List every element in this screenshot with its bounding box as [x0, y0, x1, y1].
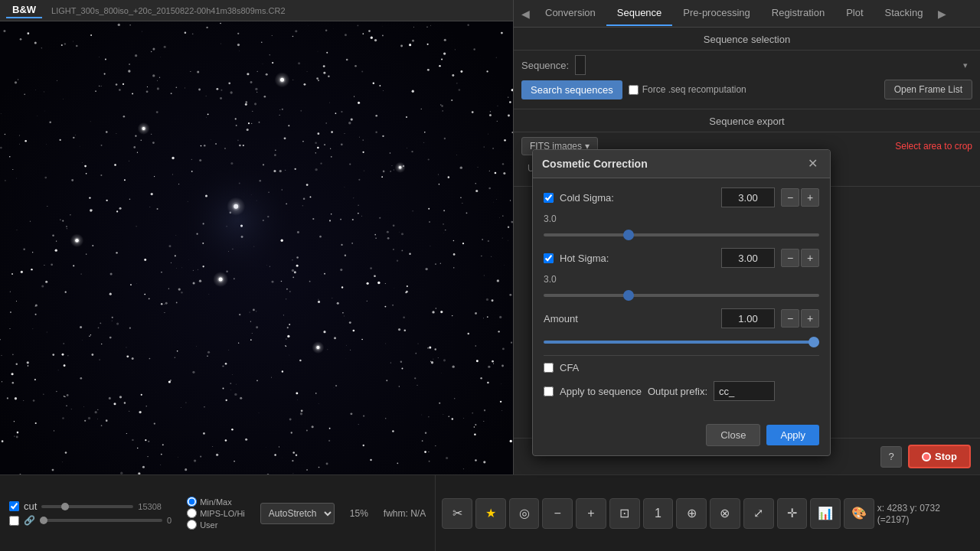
hot-sigma-increment[interactable]: +: [801, 249, 819, 267]
status-fwhm: fwhm: N/A: [384, 507, 426, 519]
tool-star[interactable]: ★: [475, 498, 506, 529]
tool-move[interactable]: ⤢: [743, 498, 774, 529]
image-tab-bw[interactable]: B&W: [6, 2, 42, 18]
apply-to-sequence-checkbox[interactable]: [544, 386, 554, 396]
hot-sigma-label: Hot Sigma:: [560, 253, 715, 264]
search-sequences-button[interactable]: Search sequences: [521, 80, 622, 99]
star-field-canvas: [0, 21, 513, 474]
tab-stacking[interactable]: Stacking: [874, 1, 934, 26]
hot-sigma-row: Hot Sigma: − +: [544, 248, 819, 268]
tab-plot[interactable]: Plot: [835, 1, 874, 26]
sequence-selection-section: Sequence: Search sequences Force .seq re…: [514, 51, 980, 109]
autostretch-select[interactable]: AutoStretch Linear Log Sqrt: [260, 503, 335, 524]
cold-sigma-stepper: − +: [781, 188, 819, 207]
force-recompute-checkbox[interactable]: [629, 85, 639, 95]
apply-button[interactable]: Apply: [766, 425, 819, 445]
apply-sequence-row: Apply to sequence Output prefix:: [544, 381, 819, 401]
cfa-checkbox[interactable]: [544, 363, 554, 373]
status-bar: cut 15308 🔗 0 Min/Max: [0, 475, 436, 551]
nav-right-arrow[interactable]: ▶: [933, 8, 951, 20]
nav-tabs: ◀ Conversion Sequence Pre-processing Reg…: [514, 0, 980, 28]
link-icon: 🔗: [24, 515, 35, 526]
output-prefix-input[interactable]: [714, 381, 775, 401]
cosmetic-correction-dialog: Cosmetic Correction ✕ Cold Sigma: − + 3.…: [532, 149, 831, 456]
tool-one[interactable]: 1: [643, 498, 674, 529]
modal-header: Cosmetic Correction ✕: [533, 150, 830, 178]
amount-row: Amount − +: [544, 308, 819, 328]
status-zoom: 15%: [350, 507, 368, 519]
tool-transform[interactable]: ✛: [777, 498, 808, 529]
modal-body: Cold Sigma: − + 3.0 Hot Sigma: − +: [533, 178, 830, 418]
open-frame-list-button[interactable]: Open Frame List: [884, 80, 972, 99]
select-area-label: Select area to crop: [895, 141, 972, 152]
cold-sigma-slider[interactable]: [544, 233, 819, 236]
amount-input[interactable]: [721, 308, 775, 328]
amount-slider-row: [544, 334, 819, 346]
tool-layers[interactable]: ⊗: [710, 498, 740, 529]
modal-close-button[interactable]: ✕: [805, 156, 821, 171]
cold-sigma-checkbox[interactable]: [544, 193, 554, 203]
hot-sigma-checkbox[interactable]: [544, 253, 554, 263]
tab-sequence[interactable]: Sequence: [606, 1, 673, 26]
mips-radio[interactable]: [187, 508, 197, 518]
tool-fit[interactable]: ⊡: [609, 498, 640, 529]
tool-circle[interactable]: ◎: [509, 498, 540, 529]
main-area: B&W LIGHT_300s_800iso_+20c_20150822-00h4…: [0, 0, 980, 474]
hot-sigma-slider-value: 3.0: [544, 274, 819, 285]
stop-icon: [922, 452, 931, 461]
app-container: B&W LIGHT_300s_800iso_+20c_20150822-00h4…: [0, 0, 980, 551]
coords-display: x: 4283 y: 0732 (=2197): [877, 502, 974, 525]
hot-sigma-decrement[interactable]: −: [781, 249, 799, 267]
cut-checkbox[interactable]: [9, 501, 19, 511]
cut-value: 15308: [138, 502, 162, 511]
tab-registration[interactable]: Registration: [761, 1, 835, 26]
sequence-label: Sequence:: [521, 60, 569, 71]
mips-radio-label[interactable]: MIPS-LO/Hi: [187, 508, 245, 518]
bg-row: 🔗 0: [9, 515, 172, 526]
tool-scissors[interactable]: ✂: [442, 498, 472, 529]
cold-sigma-decrement[interactable]: −: [781, 188, 799, 207]
tool-color[interactable]: 🎨: [844, 498, 874, 529]
amount-decrement[interactable]: −: [781, 309, 799, 328]
bg-value: 0: [167, 516, 172, 525]
bottom-full-bar: cut 15308 🔗 0 Min/Max: [0, 474, 980, 551]
close-button[interactable]: Close: [706, 424, 760, 446]
cut-label: cut: [24, 500, 37, 512]
bottom-left-controls: cut 15308 🔗 0: [9, 497, 172, 529]
tool-plus[interactable]: +: [576, 498, 606, 529]
force-recompute-label[interactable]: Force .seq recomputation: [629, 84, 746, 95]
amount-label: Amount: [544, 313, 715, 324]
amount-increment[interactable]: +: [801, 309, 819, 328]
tab-preprocessing[interactable]: Pre-processing: [672, 1, 760, 26]
help-button[interactable]: ?: [880, 446, 902, 468]
sequence-dropdown-wrapper: [575, 55, 972, 75]
image-filename: LIGHT_300s_800iso_+20c_20150822-00h41m38…: [51, 6, 285, 15]
hot-sigma-slider[interactable]: [544, 294, 819, 297]
bg-checkbox[interactable]: [9, 516, 19, 526]
output-prefix-label: Output prefix:: [648, 386, 707, 397]
nav-left-arrow[interactable]: ◀: [517, 8, 534, 20]
modal-title: Cosmetic Correction: [542, 158, 648, 170]
divider-1: [544, 355, 819, 356]
bg-slider[interactable]: [40, 519, 162, 522]
tool-chart[interactable]: 📊: [810, 498, 841, 529]
hot-sigma-stepper: − +: [781, 249, 819, 267]
user-radio-label[interactable]: User: [187, 520, 245, 530]
hot-sigma-slider-row: 3.0: [544, 274, 819, 299]
amount-slider[interactable]: [544, 341, 819, 344]
user-radio[interactable]: [187, 520, 197, 530]
minmax-radio-label[interactable]: Min/Max: [187, 497, 245, 507]
tool-minus[interactable]: −: [542, 498, 573, 529]
cfa-label: CFA: [560, 362, 579, 373]
sequence-dropdown[interactable]: [575, 55, 586, 75]
cold-sigma-input[interactable]: [721, 187, 775, 207]
hot-sigma-input[interactable]: [721, 248, 775, 268]
image-area: B&W LIGHT_300s_800iso_+20c_20150822-00h4…: [0, 0, 513, 474]
tool-crosshair[interactable]: ⊕: [676, 498, 707, 529]
cold-sigma-increment[interactable]: +: [801, 188, 819, 207]
sequence-selection-title: Sequence selection: [514, 28, 980, 51]
stop-button[interactable]: Stop: [908, 445, 971, 468]
cut-slider[interactable]: [41, 505, 133, 508]
minmax-radio[interactable]: [187, 497, 197, 507]
tab-conversion[interactable]: Conversion: [534, 1, 606, 26]
